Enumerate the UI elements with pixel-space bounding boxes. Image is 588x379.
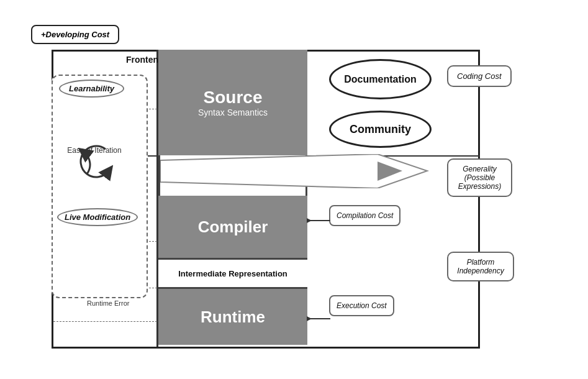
runtime-title: Runtime xyxy=(201,308,265,327)
platform-independency-label: Platform Independency xyxy=(447,252,514,281)
source-block: Source Syntax Semantics xyxy=(158,50,307,155)
compilation-cost-arrow xyxy=(307,214,332,227)
community-ellipse: Community xyxy=(329,111,432,148)
developing-cost-label: +Developing Cost xyxy=(31,25,119,44)
generality-label: Generality (Possible Expressions) xyxy=(447,158,512,197)
bottom-border xyxy=(52,347,480,349)
cycle-arrows xyxy=(71,137,121,189)
ease-of-iteration-label: Ease of Iteration xyxy=(57,146,132,155)
documentation-ellipse: Documentation xyxy=(329,59,432,99)
execution-cost-arrow xyxy=(307,313,332,325)
live-modification-label: Live Modification xyxy=(57,208,138,226)
right-border xyxy=(478,50,480,349)
diagram-container: +Developing Cost Frontend Edit Visual Re… xyxy=(12,12,576,367)
learnability-label: Learnability xyxy=(59,80,124,98)
runtime-block: Runtime xyxy=(158,289,307,345)
source-subtitle: Syntax Semantics xyxy=(198,107,268,117)
compiler-title: Compiler xyxy=(198,217,268,237)
compilation-cost-label: Compilation Cost xyxy=(329,205,400,226)
coding-cost-label: Coding Cost xyxy=(447,65,512,87)
ir-title: Intermediate Representation xyxy=(178,269,287,278)
compiler-block: Compiler xyxy=(158,196,307,258)
generality-arrow xyxy=(160,154,440,191)
runtime-error-label: Runtime Error xyxy=(87,299,129,307)
execution-cost-label: Execution Cost xyxy=(329,295,394,316)
source-title: Source xyxy=(204,88,263,107)
dashed-line-4 xyxy=(53,321,157,322)
ir-block: Intermediate Representation xyxy=(158,258,307,289)
